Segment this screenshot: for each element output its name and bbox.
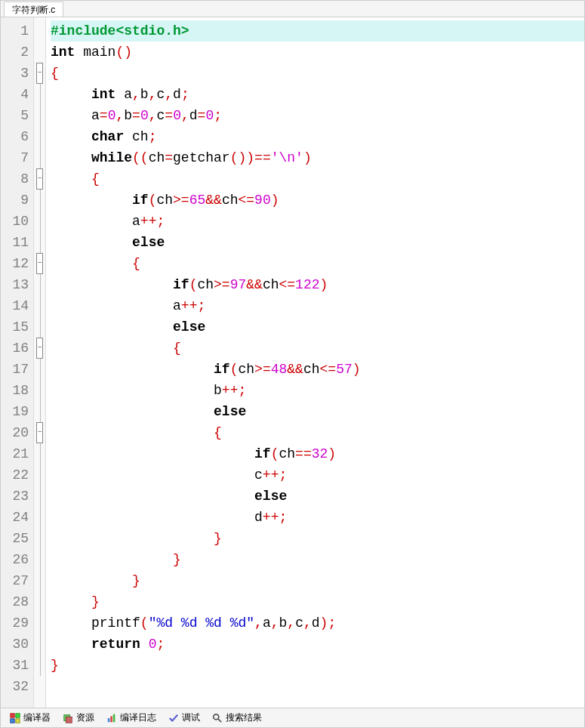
svg-rect-0 xyxy=(11,713,14,717)
code-line[interactable]: printf("%d %d %d %d",a,b,c,d); xyxy=(51,612,584,634)
panel-tab-chart[interactable]: 编译日志 xyxy=(102,710,161,726)
fold-marker xyxy=(34,528,45,549)
file-tab[interactable]: 字符判断.c xyxy=(4,2,63,17)
code-line[interactable]: return 0; xyxy=(51,634,584,655)
code-line[interactable]: a++; xyxy=(51,295,584,316)
code-line[interactable]: { xyxy=(51,63,584,84)
fold-marker xyxy=(34,295,45,316)
fold-marker xyxy=(34,105,45,126)
code-line[interactable]: } xyxy=(51,655,584,676)
code-line[interactable]: } xyxy=(51,549,584,570)
panel-tab-stack[interactable]: 资源 xyxy=(58,710,99,726)
line-number: 8 xyxy=(1,168,33,190)
fold-marker xyxy=(34,20,45,42)
fold-marker xyxy=(34,443,45,464)
svg-rect-3 xyxy=(16,718,20,722)
line-number: 31 xyxy=(1,655,33,676)
code-line[interactable]: } xyxy=(51,570,584,591)
code-line[interactable]: if(ch>=65&&ch<=90) xyxy=(51,190,584,211)
code-line[interactable]: a++; xyxy=(51,211,584,232)
code-line[interactable]: { xyxy=(51,422,584,443)
code-area[interactable]: #include<stdio.h>int main(){ int a,b,c,d… xyxy=(46,17,584,708)
line-number: 24 xyxy=(1,507,33,528)
panel-tab-check[interactable]: 调试 xyxy=(164,710,205,726)
code-line[interactable]: if(ch>=48&&ch<=57) xyxy=(51,359,584,380)
fold-marker xyxy=(34,126,45,147)
fold-marker xyxy=(34,274,45,295)
fold-marker xyxy=(34,147,45,168)
panel-tab-label: 搜索结果 xyxy=(226,711,262,724)
line-number: 18 xyxy=(1,380,33,401)
line-number: 23 xyxy=(1,486,33,507)
code-line[interactable]: d++; xyxy=(51,507,584,528)
line-number: 11 xyxy=(1,232,33,253)
line-number: 20 xyxy=(1,422,33,443)
fold-marker xyxy=(34,549,45,570)
code-line[interactable]: c++; xyxy=(51,464,584,486)
line-number-gutter: 1234567891011121314151617181920212223242… xyxy=(1,17,34,708)
code-line[interactable]: else xyxy=(51,232,584,253)
line-number: 10 xyxy=(1,211,33,232)
fold-marker[interactable]: − xyxy=(34,63,45,84)
code-line[interactable]: while((ch=getchar())=='\n') xyxy=(51,147,584,168)
fold-marker xyxy=(34,676,45,697)
code-line[interactable]: if(ch>=97&&ch<=122) xyxy=(51,274,584,295)
fold-marker xyxy=(34,634,45,655)
svg-line-10 xyxy=(218,718,221,721)
fold-marker xyxy=(34,42,45,63)
code-line[interactable]: b++; xyxy=(51,380,584,401)
panel-tab-search[interactable]: 搜索结果 xyxy=(208,710,266,726)
fold-marker xyxy=(34,655,45,676)
fold-marker xyxy=(34,486,45,507)
line-number: 2 xyxy=(1,42,33,63)
panel-tab-label: 资源 xyxy=(76,711,94,724)
svg-point-9 xyxy=(214,714,219,719)
code-line[interactable]: { xyxy=(51,338,584,359)
line-number: 26 xyxy=(1,549,33,570)
fold-marker[interactable]: − xyxy=(34,253,45,274)
line-number: 7 xyxy=(1,147,33,168)
line-number: 22 xyxy=(1,464,33,486)
fold-marker xyxy=(34,612,45,634)
code-line[interactable]: } xyxy=(51,528,584,549)
line-number: 15 xyxy=(1,316,33,338)
line-number: 5 xyxy=(1,105,33,126)
svg-rect-1 xyxy=(16,713,20,717)
fold-marker xyxy=(34,464,45,486)
fold-marker[interactable]: − xyxy=(34,168,45,190)
tab-bar: 字符判断.c xyxy=(1,1,584,17)
code-line[interactable]: { xyxy=(51,168,584,190)
line-number: 4 xyxy=(1,84,33,105)
panel-tab-grid[interactable]: 编译器 xyxy=(5,710,55,726)
code-line[interactable]: #include<stdio.h> xyxy=(51,20,584,42)
code-line[interactable]: char ch; xyxy=(51,126,584,147)
code-editor[interactable]: 1234567891011121314151617181920212223242… xyxy=(1,17,584,708)
line-number: 3 xyxy=(1,63,33,84)
code-line[interactable]: } xyxy=(51,591,584,612)
fold-marker xyxy=(34,359,45,380)
fold-marker xyxy=(34,316,45,338)
fold-marker xyxy=(34,591,45,612)
fold-marker[interactable]: − xyxy=(34,422,45,443)
line-number: 1 xyxy=(1,20,33,42)
fold-marker xyxy=(34,190,45,211)
svg-rect-7 xyxy=(110,716,112,722)
code-line[interactable]: if(ch==32) xyxy=(51,443,584,464)
code-line[interactable]: int a,b,c,d; xyxy=(51,84,584,105)
fold-marker[interactable]: − xyxy=(34,338,45,359)
code-line[interactable]: else xyxy=(51,486,584,507)
code-line[interactable]: else xyxy=(51,316,584,338)
fold-marker xyxy=(34,211,45,232)
code-line[interactable]: int main() xyxy=(51,42,584,63)
line-number: 16 xyxy=(1,338,33,359)
code-line[interactable]: else xyxy=(51,401,584,422)
svg-rect-8 xyxy=(113,714,115,722)
code-line[interactable]: { xyxy=(51,253,584,274)
code-line[interactable]: a=0,b=0,c=0,d=0; xyxy=(51,105,584,126)
svg-rect-5 xyxy=(66,717,72,723)
fold-gutter[interactable]: −−−−− xyxy=(34,17,46,708)
fold-marker xyxy=(34,507,45,528)
code-line[interactable] xyxy=(51,676,584,697)
fold-marker xyxy=(34,84,45,105)
line-number: 21 xyxy=(1,443,33,464)
